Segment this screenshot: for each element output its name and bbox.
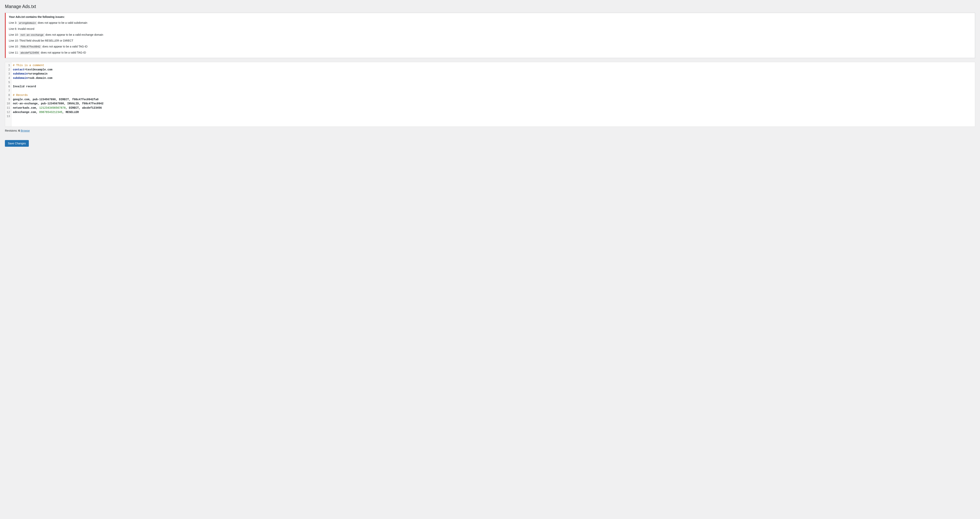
- issue-line: Line 11: abcdef123456 does not appear to…: [9, 51, 972, 55]
- revisions-count: 6: [18, 129, 20, 132]
- issue-line: Line 10: f08c47fec0942 does not appear t…: [9, 45, 972, 49]
- issue-prefix: Line 10: Third field should be RESELLER …: [9, 39, 73, 42]
- issue-prefix: Line 6: Invalid record: [9, 27, 34, 30]
- page-title: Manage Ads.txt: [5, 4, 975, 9]
- save-button[interactable]: Save Changes: [5, 140, 29, 147]
- issue-line: Line 6: Invalid record: [9, 27, 972, 31]
- issue-prefix: Line 3:: [9, 21, 18, 24]
- revisions-info: Revisions: 6 Browse: [5, 129, 975, 132]
- issue-suffix: does not appear to be a valid exchange d…: [45, 33, 103, 36]
- error-notice: Your Ads.txt contains the following issu…: [5, 13, 975, 58]
- notice-heading: Your Ads.txt contains the following issu…: [9, 15, 972, 18]
- issue-suffix: does not appear to be a valid subdomain: [37, 21, 88, 24]
- issue-prefix: Line 11:: [9, 51, 19, 54]
- issue-code: wrongdomain: [18, 21, 37, 25]
- issue-line: Line 10: Third field should be RESELLER …: [9, 38, 972, 43]
- issue-code: not-an-exchange: [19, 33, 45, 37]
- browse-revisions-link[interactable]: Browse: [21, 129, 30, 132]
- issue-code: f08c47fec0942: [19, 45, 41, 49]
- issue-code: abcdef123456: [19, 51, 40, 55]
- issue-suffix: does not appear to be a valid TAG-ID: [40, 51, 86, 54]
- issue-prefix: Line 10:: [9, 33, 19, 36]
- issue-prefix: Line 10:: [9, 45, 19, 48]
- code-editor[interactable]: 1 2 3 4 5 6 7 8 9 10 11 12 13 # This is …: [5, 62, 975, 127]
- issue-suffix: does not appear to be a valid TAG-ID: [41, 45, 88, 48]
- revisions-label: Revisions:: [5, 129, 18, 132]
- issue-line: Line 10: not-an-exchange does not appear…: [9, 33, 972, 37]
- editor-content[interactable]: # This is a comment contact=text@example…: [11, 62, 975, 126]
- issue-line: Line 3: wrongdomain does not appear to b…: [9, 21, 972, 25]
- editor-gutter: 1 2 3 4 5 6 7 8 9 10 11 12 13: [5, 62, 11, 126]
